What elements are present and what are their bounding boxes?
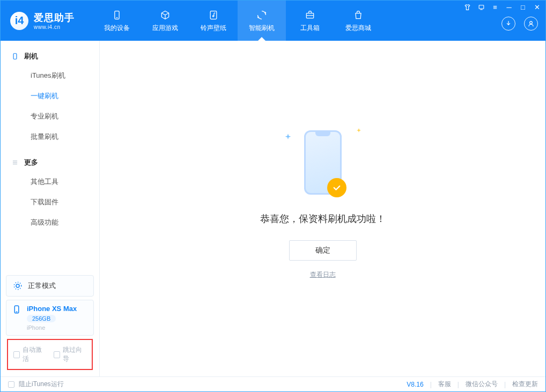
check-badge-icon xyxy=(327,178,346,197)
feedback-icon[interactable] xyxy=(477,3,485,11)
device-name: iPhone XS Max xyxy=(27,305,77,313)
svg-rect-2 xyxy=(210,11,217,19)
option-auto-activate[interactable]: 自动激活 xyxy=(13,345,46,364)
cube-icon xyxy=(159,9,172,21)
app-subtitle: www.i4.cn xyxy=(34,24,75,30)
footer-link-update[interactable]: 检查更新 xyxy=(512,380,538,389)
shirt-icon[interactable] xyxy=(463,3,471,11)
footer-link-service[interactable]: 客服 xyxy=(438,380,451,389)
nav-tabs: 我的设备 应用游戏 铃声壁纸 智能刷机 工具箱 xyxy=(93,1,382,41)
tab-smart-flash[interactable]: 智能刷机 xyxy=(238,1,286,41)
sidebar-item-itunes-flash[interactable]: iTunes刷机 xyxy=(1,65,99,86)
footer-bar: 阻止iTunes运行 V8.16 | 客服 | 微信公众号 | 检查更新 xyxy=(1,376,545,391)
svg-point-7 xyxy=(530,21,533,24)
section-more[interactable]: 更多 xyxy=(1,153,99,172)
ok-button[interactable]: 确定 xyxy=(289,240,357,261)
minimize-button[interactable]: ─ xyxy=(505,3,513,11)
status-mode-text: 正常模式 xyxy=(28,281,56,291)
close-button[interactable]: ✕ xyxy=(533,3,541,11)
section-flash[interactable]: 刷机 xyxy=(1,47,99,65)
user-icon[interactable] xyxy=(524,17,538,31)
device-storage: 256GB xyxy=(27,315,56,322)
tab-apps-games[interactable]: 应用游戏 xyxy=(141,1,189,41)
tab-label: 我的设备 xyxy=(104,24,130,33)
sidebar-item-other-tools[interactable]: 其他工具 xyxy=(1,172,99,192)
phone-icon xyxy=(110,9,123,21)
tab-label: 铃声壁纸 xyxy=(201,24,226,33)
logo-area: i4 爱思助手 www.i4.cn xyxy=(1,1,84,41)
tab-my-device[interactable]: 我的设备 xyxy=(93,1,141,41)
sparkle-icon xyxy=(284,133,292,144)
svg-rect-6 xyxy=(479,5,484,9)
tab-label: 爱思商城 xyxy=(345,24,371,33)
list-icon xyxy=(11,159,19,166)
tab-store[interactable]: 爱思商城 xyxy=(334,1,382,41)
success-message: 恭喜您，保资料刷机成功啦！ xyxy=(260,212,386,225)
version-text: V8.16 xyxy=(407,381,423,388)
section-title-text: 更多 xyxy=(24,158,38,167)
success-illustration xyxy=(277,122,368,203)
menu-icon[interactable]: ≡ xyxy=(491,3,499,11)
svg-point-12 xyxy=(16,284,19,287)
tab-label: 应用游戏 xyxy=(152,24,178,33)
music-icon xyxy=(207,9,220,21)
sidebar-item-one-click-flash[interactable]: 一键刷机 xyxy=(1,86,99,106)
svg-point-13 xyxy=(14,282,21,290)
block-itunes-label: 阻止iTunes运行 xyxy=(19,380,64,389)
options-highlight-box: 自动激活 跳过向导 xyxy=(7,339,93,370)
app-title: 爱思助手 xyxy=(34,11,75,24)
mode-icon xyxy=(13,281,23,291)
sidebar-item-download-firmware[interactable]: 下载固件 xyxy=(1,192,99,212)
device-icon xyxy=(11,53,19,60)
opt-label: 跳过向导 xyxy=(63,345,86,364)
success-panel: 恭喜您，保资料刷机成功啦！ 确定 查看日志 xyxy=(260,122,386,279)
tab-label: 工具箱 xyxy=(300,24,320,33)
phone-small-icon xyxy=(12,305,21,314)
tab-toolbox[interactable]: 工具箱 xyxy=(286,1,334,41)
opt-label: 自动激活 xyxy=(23,345,46,364)
toolbox-icon xyxy=(304,9,316,21)
device-status-card[interactable]: 正常模式 xyxy=(6,275,94,297)
tab-ringtone-wallpaper[interactable]: 铃声壁纸 xyxy=(189,1,238,41)
device-info-card[interactable]: iPhone XS Max 256GB iPhone xyxy=(6,300,94,336)
main-content: 恭喜您，保资料刷机成功啦！ 确定 查看日志 xyxy=(100,41,545,376)
checkbox-skip-guide[interactable] xyxy=(54,351,60,358)
phone-frame-icon xyxy=(304,130,342,195)
maximize-button[interactable]: □ xyxy=(519,3,527,11)
refresh-icon xyxy=(255,9,268,21)
option-skip-guide[interactable]: 跳过向导 xyxy=(54,345,86,364)
svg-point-3 xyxy=(212,16,214,17)
window-controls: ≡ ─ □ ✕ xyxy=(463,3,541,11)
device-type: iPhone xyxy=(27,324,77,331)
header-bar: i4 爱思助手 www.i4.cn 我的设备 应用游戏 铃声壁纸 xyxy=(1,1,545,41)
section-title-text: 刷机 xyxy=(24,51,38,61)
download-icon[interactable] xyxy=(501,17,515,31)
sparkle-icon xyxy=(356,127,362,136)
svg-rect-8 xyxy=(13,54,17,60)
app-logo-icon: i4 xyxy=(10,12,28,30)
sidebar-item-pro-flash[interactable]: 专业刷机 xyxy=(1,106,99,127)
checkbox-auto-activate[interactable] xyxy=(13,351,20,358)
checkbox-block-itunes[interactable] xyxy=(8,381,14,388)
logo-text: 爱思助手 www.i4.cn xyxy=(34,11,75,30)
tab-label: 智能刷机 xyxy=(249,24,275,33)
sidebar-item-advanced[interactable]: 高级功能 xyxy=(1,212,99,233)
sidebar-item-batch-flash[interactable]: 批量刷机 xyxy=(1,127,99,147)
sidebar: 刷机 iTunes刷机 一键刷机 专业刷机 批量刷机 更多 其他工具 下载固件 … xyxy=(1,41,100,376)
header-actions xyxy=(501,17,538,31)
footer-link-wechat[interactable]: 微信公众号 xyxy=(466,380,498,389)
bag-icon xyxy=(352,9,365,21)
view-log-link[interactable]: 查看日志 xyxy=(310,270,336,279)
